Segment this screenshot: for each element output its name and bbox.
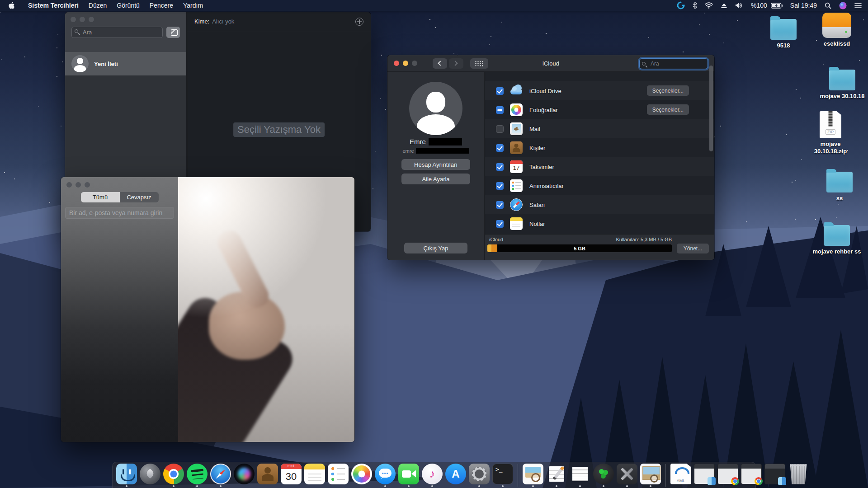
menu-item-3[interactable]: Pencere: [145, 2, 178, 9]
show-all-button[interactable]: [470, 58, 488, 69]
account-avatar[interactable]: [409, 82, 462, 135]
dock-contacts[interactable]: [257, 464, 278, 487]
dock-facetime[interactable]: [398, 464, 419, 487]
zoom-button[interactable]: [89, 17, 94, 22]
dock-win-chrome-2[interactable]: [741, 464, 762, 487]
account-details-button[interactable]: Hesap Ayrıntıları: [401, 159, 470, 170]
photos-icon: [510, 103, 523, 116]
desktop-icon-1[interactable]: eseklissd: [812, 13, 862, 47]
search-input[interactable]: [71, 27, 163, 38]
dock-launchpad[interactable]: [140, 464, 160, 487]
menu-bar-clock[interactable]: Sal 19:49: [790, 2, 817, 9]
dock-imageviewer[interactable]: [640, 464, 661, 487]
dock-win-finder-2[interactable]: [764, 464, 785, 487]
photos-icon: [351, 464, 372, 484]
dock-terminal[interactable]: >_: [492, 464, 513, 487]
wifi-icon[interactable]: [705, 0, 713, 11]
to-value[interactable]: Alıcı yok: [212, 18, 234, 25]
notification-center-icon[interactable]: [854, 0, 862, 11]
desktop-icon-2[interactable]: mojave 30.10.18: [817, 66, 867, 100]
close-button[interactable]: [71, 17, 76, 22]
compose-button[interactable]: [166, 27, 180, 38]
conversation-row[interactable]: Yeni İleti: [65, 52, 186, 75]
menu-item-1[interactable]: Düzen: [84, 2, 112, 9]
dock-spotify[interactable]: [187, 464, 208, 487]
photos-options-button[interactable]: Seçenekler...: [647, 104, 689, 115]
dock-notes[interactable]: [304, 464, 325, 487]
running-indicator: [532, 485, 534, 487]
volume-icon[interactable]: [735, 0, 743, 11]
logitech-g-icon[interactable]: [677, 0, 685, 11]
dock-siri[interactable]: [234, 464, 255, 487]
battery-charging-icon[interactable]: [771, 0, 783, 11]
add-recipient-button[interactable]: [355, 18, 363, 26]
win-chrome-2-icon: [741, 464, 762, 484]
menu-item-0[interactable]: Sistem Tercihleri: [23, 2, 84, 9]
sysprefs-icon: [469, 464, 490, 484]
siri-icon[interactable]: [839, 0, 847, 11]
back-button[interactable]: [433, 58, 447, 69]
dock-textedit[interactable]: [546, 464, 567, 487]
reminders-icon: [328, 464, 349, 484]
tab-all[interactable]: Tümü: [81, 192, 120, 202]
dock-finder[interactable]: [116, 464, 137, 487]
running-indicator: [126, 485, 127, 487]
contacts-checkbox[interactable]: [496, 144, 504, 152]
minimize-button[interactable]: [403, 61, 408, 66]
minimize-button[interactable]: [75, 182, 81, 188]
dock-win-chrome-1[interactable]: [717, 464, 738, 487]
menu-item-2[interactable]: Görüntü: [112, 2, 145, 9]
eject-icon[interactable]: [721, 0, 727, 11]
dock-appstore[interactable]: A: [445, 464, 466, 487]
notes-checkbox[interactable]: [496, 220, 504, 228]
dock-textdoc[interactable]: [570, 464, 590, 487]
menu-item-4[interactable]: Yardım: [178, 2, 208, 9]
dock-reminders[interactable]: [328, 464, 349, 487]
set-up-family-button[interactable]: Aile Ayarla: [401, 174, 470, 184]
dock-safari[interactable]: [210, 464, 231, 487]
dock-win-finder[interactable]: [694, 464, 715, 487]
safari-checkbox[interactable]: [496, 201, 504, 209]
dock-photos[interactable]: [351, 464, 372, 487]
dock-itunes[interactable]: ♪: [422, 464, 443, 487]
desktop-icon-5[interactable]: mojave rehber ss: [812, 221, 862, 255]
apple-menu-icon[interactable]: [8, 2, 15, 9]
finder-badge-icon: [708, 477, 716, 485]
close-button[interactable]: [66, 182, 72, 188]
mail-checkbox[interactable]: [496, 125, 504, 133]
photos-checkbox[interactable]: [496, 106, 504, 114]
bluetooth-icon[interactable]: [693, 0, 697, 11]
dock-sysprefs[interactable]: [469, 464, 490, 487]
facetime-search-input[interactable]: [65, 207, 174, 219]
tab-missed[interactable]: Cevapsız: [120, 192, 159, 202]
minimize-button[interactable]: [80, 17, 85, 22]
toolbox-icon: [617, 464, 637, 484]
running-indicator: [196, 485, 198, 487]
preferences-search-input[interactable]: [639, 58, 708, 69]
calendar-checkbox[interactable]: [496, 163, 504, 171]
dock-amlfile[interactable]: AML: [670, 464, 691, 487]
desktop-icon-3[interactable]: ZIPmojave 30.10.18.zip: [806, 111, 855, 155]
win-chrome-1-icon: [717, 464, 738, 484]
manage-button[interactable]: Yönet...: [677, 244, 709, 253]
scrollbar-thumb[interactable]: [709, 66, 713, 151]
dock-preview[interactable]: [523, 464, 543, 487]
desktop-icon-0[interactable]: 9518: [759, 15, 808, 49]
service-label: iCloud Drive: [529, 88, 561, 94]
close-button[interactable]: [394, 61, 399, 66]
icloud-drive-options-button[interactable]: Seçenekler...: [647, 85, 689, 96]
spotlight-icon[interactable]: [825, 0, 831, 11]
running-indicator: [502, 485, 504, 487]
zoom-button[interactable]: [85, 182, 90, 188]
sign-out-button[interactable]: Çıkış Yap: [404, 243, 467, 253]
dock-trash[interactable]: [788, 464, 809, 487]
dock-toolbox[interactable]: [617, 464, 637, 487]
dock-chrome[interactable]: [163, 464, 184, 487]
finder-icon: [116, 464, 137, 484]
dock-messages[interactable]: •••: [375, 464, 396, 487]
reminders-checkbox[interactable]: [496, 182, 504, 190]
icloud-drive-checkbox[interactable]: [496, 87, 504, 95]
dock-calendar[interactable]: EKİ30: [281, 464, 302, 487]
dock-ccleaner[interactable]: [593, 464, 614, 487]
desktop-icon-4[interactable]: ss: [815, 168, 864, 202]
